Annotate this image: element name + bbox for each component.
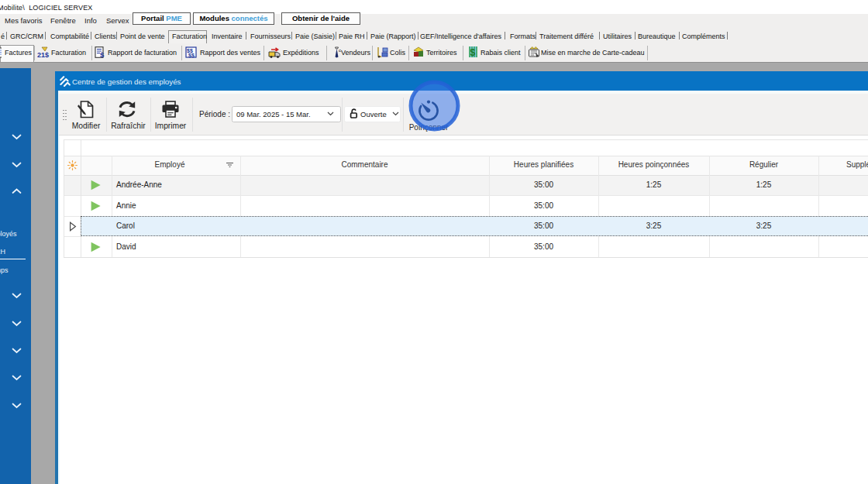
svg-text:$: $: [470, 47, 476, 58]
svg-text:c: c: [339, 48, 341, 53]
svg-text:$: $: [100, 50, 105, 59]
svg-text:21$: 21$: [37, 51, 49, 58]
svg-text:$$: $$: [188, 53, 195, 59]
